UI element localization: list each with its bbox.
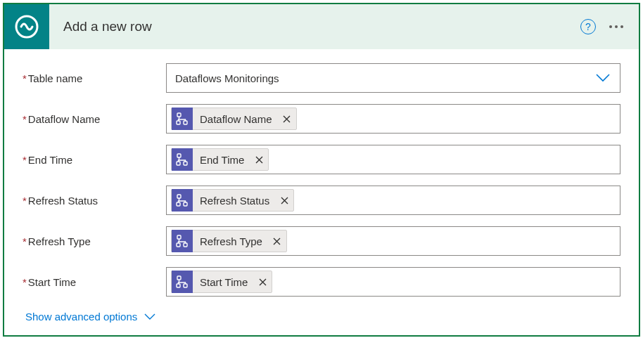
- chevron-down-icon: [596, 74, 610, 82]
- card-header: Add a new row ?: [4, 4, 639, 49]
- close-icon: [283, 115, 291, 123]
- svg-rect-4: [177, 154, 181, 157]
- select-value: Dataflows Monitorings: [175, 72, 279, 84]
- card-body: *Table name Dataflows Monitorings *Dataf…: [4, 49, 639, 335]
- close-icon: [273, 238, 281, 245]
- card-title: Add a new row: [63, 19, 574, 34]
- field-label: *Table name: [23, 72, 166, 84]
- svg-rect-5: [184, 162, 187, 165]
- show-advanced-label: Show advanced options: [25, 311, 137, 323]
- dynamic-content-icon: [172, 271, 193, 293]
- token-remove-button[interactable]: [250, 148, 268, 171]
- more-icon: [609, 25, 623, 28]
- expression-token[interactable]: Start Time: [171, 271, 272, 293]
- svg-rect-3: [177, 121, 180, 124]
- field-row-table-name: *Table name Dataflows Monitorings: [23, 63, 620, 93]
- field-row-start-time: *Start Time Start Time: [23, 267, 620, 297]
- svg-rect-10: [177, 235, 181, 239]
- field-label: *End Time: [23, 154, 166, 166]
- dataflow-name-input[interactable]: Dataflow Name: [166, 104, 620, 134]
- svg-rect-12: [177, 243, 180, 247]
- svg-rect-13: [177, 276, 181, 280]
- token-remove-button[interactable]: [253, 271, 272, 293]
- action-card: Add a new row ? *Table name Dataflows Mo…: [3, 3, 640, 337]
- expression-token[interactable]: Refresh Status: [171, 189, 294, 212]
- token-label: Dataflow Name: [193, 113, 278, 125]
- dynamic-content-icon: [172, 189, 193, 212]
- field-label: *Dataflow Name: [23, 113, 166, 125]
- field-row-refresh-status: *Refresh Status Refresh Status: [23, 186, 620, 215]
- close-icon: [281, 197, 288, 204]
- token-remove-button[interactable]: [268, 230, 286, 252]
- field-row-dataflow-name: *Dataflow Name Dataflow Name: [23, 104, 620, 134]
- svg-rect-2: [184, 121, 187, 124]
- expression-token[interactable]: Refresh Type: [171, 230, 287, 252]
- token-label: End Time: [193, 154, 250, 166]
- dynamic-content-icon: [172, 108, 193, 130]
- svg-rect-8: [184, 202, 187, 206]
- refresh-type-input[interactable]: Refresh Type: [166, 226, 620, 256]
- field-row-refresh-type: *Refresh Type Refresh Type: [23, 226, 620, 256]
- end-time-input[interactable]: End Time: [166, 145, 620, 174]
- connector-icon: [4, 4, 49, 49]
- close-icon: [259, 278, 267, 286]
- refresh-status-input[interactable]: Refresh Status: [166, 186, 620, 215]
- dataverse-icon: [13, 13, 40, 40]
- dynamic-content-icon: [172, 230, 193, 252]
- field-row-end-time: *End Time End Time: [23, 145, 620, 174]
- svg-rect-6: [177, 162, 180, 165]
- more-button[interactable]: [602, 13, 630, 41]
- svg-rect-9: [177, 202, 180, 206]
- dynamic-content-icon: [172, 148, 193, 171]
- expression-token[interactable]: Dataflow Name: [171, 108, 297, 130]
- field-label: *Refresh Status: [23, 195, 166, 207]
- field-label: *Refresh Type: [23, 235, 166, 247]
- token-label: Start Time: [193, 276, 253, 288]
- svg-rect-15: [177, 284, 180, 287]
- token-remove-button[interactable]: [275, 189, 293, 212]
- token-label: Refresh Status: [193, 195, 275, 207]
- start-time-input[interactable]: Start Time: [166, 267, 620, 297]
- svg-rect-1: [177, 113, 181, 117]
- table-name-select[interactable]: Dataflows Monitorings: [166, 63, 620, 93]
- svg-rect-7: [177, 195, 181, 198]
- token-label: Refresh Type: [193, 235, 268, 247]
- help-button[interactable]: ?: [574, 13, 602, 41]
- svg-rect-11: [184, 243, 187, 247]
- token-remove-button[interactable]: [278, 108, 296, 130]
- show-advanced-options-button[interactable]: Show advanced options: [25, 311, 620, 323]
- close-icon: [255, 156, 263, 164]
- svg-rect-14: [184, 284, 187, 287]
- field-label: *Start Time: [23, 276, 166, 288]
- chevron-down-icon: [144, 313, 155, 320]
- help-icon: ?: [580, 19, 596, 34]
- expression-token[interactable]: End Time: [171, 148, 269, 171]
